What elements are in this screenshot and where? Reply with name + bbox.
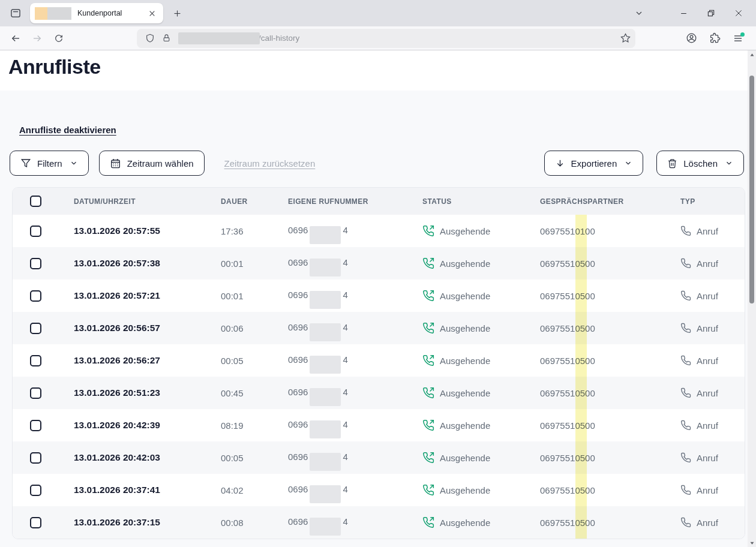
cell-partner: 06975510500 bbox=[540, 291, 680, 301]
chevron-down-icon bbox=[624, 159, 632, 167]
row-checkbox[interactable] bbox=[30, 258, 41, 269]
cell-datetime: 13.01.2026 20:51:23 bbox=[74, 387, 221, 398]
delete-button[interactable]: Löschen bbox=[656, 151, 744, 176]
table-row[interactable]: 13.01.2026 20:42:03 00:05 06964 Ausgehen… bbox=[13, 441, 745, 474]
phone-icon bbox=[680, 517, 691, 528]
tab-bar: Kundenportal bbox=[0, 0, 756, 26]
export-button[interactable]: Exportieren bbox=[544, 151, 644, 176]
table-row[interactable]: 13.01.2026 20:51:23 00:45 06964 Ausgehen… bbox=[13, 377, 745, 409]
phone-icon bbox=[680, 387, 691, 398]
column-header-type[interactable]: TYP bbox=[680, 197, 745, 206]
row-checkbox[interactable] bbox=[30, 290, 41, 302]
download-arrow-icon bbox=[555, 158, 565, 169]
call-history-section: Anrufliste deaktivieren Filtern bbox=[0, 91, 748, 539]
scroll-up-icon[interactable] bbox=[748, 50, 756, 59]
cell-duration: 00:05 bbox=[221, 453, 288, 463]
table-row[interactable]: 13.01.2026 20:57:55 17:36 06964 Ausgehen… bbox=[13, 215, 745, 247]
own-number-redacted bbox=[310, 356, 341, 374]
table-row[interactable]: 13.01.2026 20:57:21 00:01 06964 Ausgehen… bbox=[13, 279, 745, 312]
shield-icon[interactable] bbox=[145, 34, 155, 43]
row-checkbox[interactable] bbox=[30, 323, 41, 334]
own-number-redacted bbox=[310, 388, 341, 406]
phone-icon bbox=[680, 323, 691, 333]
menu-hamburger-icon[interactable] bbox=[728, 29, 748, 48]
cell-duration: 00:08 bbox=[221, 518, 288, 528]
account-icon[interactable] bbox=[682, 29, 701, 48]
column-header-status[interactable]: STATUS bbox=[422, 197, 540, 206]
outgoing-call-icon bbox=[422, 354, 434, 366]
column-header-duration[interactable]: DAUER bbox=[221, 197, 288, 206]
cell-own-number: 06964 bbox=[288, 222, 422, 240]
row-checkbox[interactable] bbox=[30, 387, 41, 399]
firefox-view-icon[interactable] bbox=[6, 4, 25, 23]
row-checkbox[interactable] bbox=[30, 420, 41, 431]
cell-datetime: 13.01.2026 20:37:41 bbox=[74, 485, 221, 495]
back-icon[interactable] bbox=[6, 29, 25, 48]
new-tab-icon[interactable] bbox=[168, 4, 186, 22]
deactivate-call-list-link[interactable]: Anrufliste deaktivieren bbox=[19, 125, 116, 135]
cell-own-number: 06964 bbox=[288, 513, 422, 531]
column-header-own-number[interactable]: EIGENE RUFNUMMER bbox=[288, 197, 422, 206]
cell-duration: 17:36 bbox=[221, 226, 288, 236]
row-checkbox[interactable] bbox=[30, 517, 41, 528]
cell-partner: 06975510500 bbox=[540, 485, 680, 495]
table-row[interactable]: 13.01.2026 20:57:38 00:01 06964 Ausgehen… bbox=[13, 247, 745, 279]
scroll-down-icon[interactable] bbox=[748, 539, 756, 547]
cell-type: Anruf bbox=[680, 387, 745, 398]
tab-close-icon[interactable] bbox=[145, 7, 158, 20]
column-header-partner[interactable]: GESPRÄCHSPARTNER bbox=[540, 197, 680, 206]
column-header-datetime[interactable]: DATUM/UHRZEIT bbox=[74, 197, 221, 206]
cell-partner: 06975510500 bbox=[540, 323, 680, 333]
cell-datetime: 13.01.2026 20:57:38 bbox=[74, 258, 221, 269]
cell-status: Ausgehende bbox=[422, 225, 540, 237]
filter-button-label: Filtern bbox=[37, 158, 62, 169]
cell-datetime: 13.01.2026 20:57:21 bbox=[74, 290, 221, 301]
table-row[interactable]: 13.01.2026 20:56:27 00:05 06964 Ausgehen… bbox=[13, 344, 745, 377]
browser-tab[interactable]: Kundenportal bbox=[30, 3, 163, 23]
chevron-down-icon bbox=[70, 159, 78, 167]
minimize-icon[interactable] bbox=[670, 1, 697, 25]
outgoing-call-icon bbox=[422, 484, 434, 496]
scrollbar-thumb[interactable] bbox=[749, 76, 754, 303]
table-row[interactable]: 13.01.2026 20:56:57 00:06 06964 Ausgehen… bbox=[13, 312, 745, 344]
restore-icon[interactable] bbox=[697, 1, 725, 25]
cell-partner: 06975510500 bbox=[540, 453, 680, 463]
table-row[interactable]: 13.01.2026 20:37:15 00:08 06964 Ausgehen… bbox=[13, 506, 745, 539]
row-checkbox[interactable] bbox=[30, 452, 41, 464]
reload-icon[interactable] bbox=[49, 29, 68, 48]
cell-type: Anruf bbox=[680, 420, 745, 431]
bookmark-star-icon[interactable] bbox=[620, 33, 631, 43]
choose-range-button[interactable]: Zeitraum wählen bbox=[99, 151, 205, 176]
lock-icon[interactable] bbox=[162, 34, 171, 43]
own-number-redacted bbox=[310, 259, 341, 276]
vertical-scrollbar[interactable] bbox=[748, 50, 756, 547]
row-checkbox[interactable] bbox=[30, 226, 41, 237]
extensions-puzzle-icon[interactable] bbox=[705, 29, 724, 48]
outgoing-call-icon bbox=[422, 225, 434, 237]
cell-own-number: 06964 bbox=[288, 287, 422, 305]
cell-own-number: 06964 bbox=[288, 416, 422, 434]
table-body: 13.01.2026 20:57:55 17:36 06964 Ausgehen… bbox=[13, 215, 745, 539]
filter-button[interactable]: Filtern bbox=[10, 151, 89, 176]
row-checkbox[interactable] bbox=[30, 355, 41, 366]
cell-duration: 00:01 bbox=[221, 291, 288, 301]
own-number-redacted bbox=[310, 420, 341, 438]
cell-duration: 04:02 bbox=[221, 485, 288, 495]
phone-icon bbox=[680, 226, 691, 236]
own-number-redacted bbox=[310, 291, 341, 309]
cell-datetime: 13.01.2026 20:57:55 bbox=[74, 226, 221, 236]
cell-status: Ausgehende bbox=[422, 387, 540, 399]
cell-own-number: 06964 bbox=[288, 449, 422, 467]
table-row[interactable]: 13.01.2026 20:37:41 04:02 06964 Ausgehen… bbox=[13, 474, 745, 506]
row-checkbox[interactable] bbox=[30, 485, 41, 496]
trash-icon bbox=[667, 158, 677, 169]
cell-status: Ausgehende bbox=[422, 322, 540, 334]
cell-own-number: 06964 bbox=[288, 384, 422, 402]
list-all-tabs-icon[interactable] bbox=[630, 4, 648, 22]
close-icon[interactable] bbox=[725, 1, 752, 25]
url-bar[interactable]: /call-history bbox=[137, 29, 635, 48]
table-row[interactable]: 13.01.2026 20:42:39 08:19 06964 Ausgehen… bbox=[13, 409, 745, 441]
phone-icon bbox=[680, 452, 691, 463]
select-all-checkbox[interactable] bbox=[30, 196, 41, 207]
cell-status: Ausgehende bbox=[422, 257, 540, 269]
